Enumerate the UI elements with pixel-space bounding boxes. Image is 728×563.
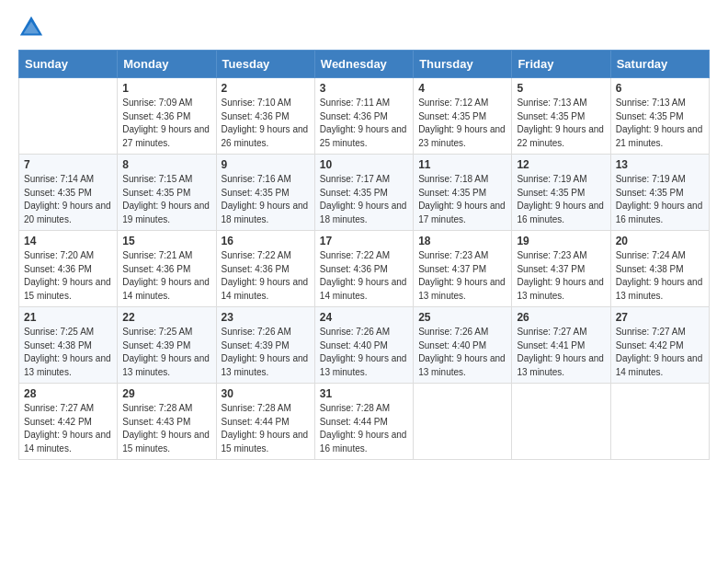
logo-icon [18,15,44,40]
calendar-header-tuesday: Tuesday [216,51,314,78]
calendar-cell: 1Sunrise: 7:09 AMSunset: 4:36 PMDaylight… [118,78,216,155]
day-info: Sunrise: 7:12 AMSunset: 4:35 PMDaylight:… [418,97,506,150]
day-info: Sunrise: 7:28 AMSunset: 4:43 PMDaylight:… [122,402,210,455]
header [18,15,710,40]
calendar-cell: 15Sunrise: 7:21 AMSunset: 4:36 PMDayligh… [118,231,216,307]
calendar-cell: 14Sunrise: 7:20 AMSunset: 4:36 PMDayligh… [19,231,118,307]
day-info: Sunrise: 7:15 AMSunset: 4:35 PMDaylight:… [122,173,210,226]
calendar-cell: 9Sunrise: 7:16 AMSunset: 4:35 PMDaylight… [216,155,314,231]
calendar-cell: 19Sunrise: 7:23 AMSunset: 4:37 PMDayligh… [512,231,610,307]
day-info: Sunrise: 7:27 AMSunset: 4:42 PMDaylight:… [616,326,704,379]
day-info: Sunrise: 7:09 AMSunset: 4:36 PMDaylight:… [122,97,210,150]
day-info: Sunrise: 7:21 AMSunset: 4:36 PMDaylight:… [122,249,210,303]
day-number: 3 [320,82,408,95]
calendar-header-friday: Friday [512,51,610,78]
day-number: 5 [517,82,605,95]
day-number: 22 [122,311,210,324]
day-number: 17 [320,235,408,247]
day-number: 9 [222,158,310,171]
calendar-cell: 16Sunrise: 7:22 AMSunset: 4:36 PMDayligh… [216,231,314,307]
day-info: Sunrise: 7:27 AMSunset: 4:42 PMDaylight:… [24,402,112,455]
day-number: 18 [418,235,506,247]
day-number: 25 [418,311,506,324]
day-info: Sunrise: 7:18 AMSunset: 4:35 PMDaylight:… [418,173,506,226]
day-number: 28 [24,387,112,400]
calendar-week-row: 21Sunrise: 7:25 AMSunset: 4:38 PMDayligh… [19,307,710,384]
calendar-cell: 11Sunrise: 7:18 AMSunset: 4:35 PMDayligh… [414,155,512,231]
calendar-cell: 22Sunrise: 7:25 AMSunset: 4:39 PMDayligh… [118,307,216,384]
day-info: Sunrise: 7:28 AMSunset: 4:44 PMDaylight:… [222,402,310,455]
day-info: Sunrise: 7:13 AMSunset: 4:35 PMDaylight:… [517,97,605,150]
day-number: 31 [320,387,408,400]
day-number: 26 [517,311,605,324]
day-info: Sunrise: 7:23 AMSunset: 4:37 PMDaylight:… [418,249,506,303]
calendar-cell: 30Sunrise: 7:28 AMSunset: 4:44 PMDayligh… [216,384,314,460]
calendar-cell: 5Sunrise: 7:13 AMSunset: 4:35 PMDaylight… [512,78,610,155]
day-number: 11 [418,158,506,171]
calendar-header-monday: Monday [118,51,216,78]
calendar-cell: 24Sunrise: 7:26 AMSunset: 4:40 PMDayligh… [314,307,413,384]
calendar-cell: 27Sunrise: 7:27 AMSunset: 4:42 PMDayligh… [610,307,709,384]
day-number: 13 [616,158,704,171]
day-number: 15 [122,235,210,247]
day-info: Sunrise: 7:16 AMSunset: 4:35 PMDaylight:… [222,173,310,226]
day-number: 20 [616,235,704,247]
calendar-cell: 25Sunrise: 7:26 AMSunset: 4:40 PMDayligh… [414,307,512,384]
calendar-header-wednesday: Wednesday [314,51,413,78]
day-info: Sunrise: 7:28 AMSunset: 4:44 PMDaylight:… [320,402,408,455]
calendar-week-row: 28Sunrise: 7:27 AMSunset: 4:42 PMDayligh… [19,384,710,460]
day-number: 7 [24,158,112,171]
day-info: Sunrise: 7:19 AMSunset: 4:35 PMDaylight:… [616,173,704,226]
calendar-week-row: 1Sunrise: 7:09 AMSunset: 4:36 PMDaylight… [19,78,710,155]
calendar-cell: 10Sunrise: 7:17 AMSunset: 4:35 PMDayligh… [314,155,413,231]
day-number: 6 [616,82,704,95]
day-number: 30 [222,387,310,400]
day-info: Sunrise: 7:24 AMSunset: 4:38 PMDaylight:… [616,249,704,303]
day-number: 24 [320,311,408,324]
day-number: 23 [222,311,310,324]
calendar-cell [610,384,709,460]
calendar-header-saturday: Saturday [610,51,709,78]
calendar-cell: 26Sunrise: 7:27 AMSunset: 4:41 PMDayligh… [512,307,610,384]
day-info: Sunrise: 7:13 AMSunset: 4:35 PMDaylight:… [616,97,704,150]
day-number: 19 [517,235,605,247]
calendar-table: SundayMondayTuesdayWednesdayThursdayFrid… [18,50,710,460]
day-info: Sunrise: 7:26 AMSunset: 4:40 PMDaylight:… [320,326,408,379]
day-number: 21 [24,311,112,324]
calendar-cell: 23Sunrise: 7:26 AMSunset: 4:39 PMDayligh… [216,307,314,384]
calendar-cell: 12Sunrise: 7:19 AMSunset: 4:35 PMDayligh… [512,155,610,231]
day-info: Sunrise: 7:11 AMSunset: 4:36 PMDaylight:… [320,97,408,150]
calendar-cell: 29Sunrise: 7:28 AMSunset: 4:43 PMDayligh… [118,384,216,460]
calendar-cell: 28Sunrise: 7:27 AMSunset: 4:42 PMDayligh… [19,384,118,460]
calendar-cell [512,384,610,460]
day-number: 1 [122,82,210,95]
calendar-cell [19,78,118,155]
day-number: 10 [320,158,408,171]
calendar-cell: 17Sunrise: 7:22 AMSunset: 4:36 PMDayligh… [314,231,413,307]
day-info: Sunrise: 7:23 AMSunset: 4:37 PMDaylight:… [517,249,605,303]
day-number: 14 [24,235,112,247]
day-info: Sunrise: 7:17 AMSunset: 4:35 PMDaylight:… [320,173,408,226]
day-number: 29 [122,387,210,400]
calendar-cell: 4Sunrise: 7:12 AMSunset: 4:35 PMDaylight… [414,78,512,155]
calendar-cell: 7Sunrise: 7:14 AMSunset: 4:35 PMDaylight… [19,155,118,231]
calendar-cell [414,384,512,460]
day-info: Sunrise: 7:14 AMSunset: 4:35 PMDaylight:… [24,173,112,226]
day-info: Sunrise: 7:26 AMSunset: 4:39 PMDaylight:… [222,326,310,379]
day-number: 27 [616,311,704,324]
calendar-cell: 8Sunrise: 7:15 AMSunset: 4:35 PMDaylight… [118,155,216,231]
calendar-cell: 3Sunrise: 7:11 AMSunset: 4:36 PMDaylight… [314,78,413,155]
calendar-header-row: SundayMondayTuesdayWednesdayThursdayFrid… [19,51,710,78]
day-info: Sunrise: 7:19 AMSunset: 4:35 PMDaylight:… [517,173,605,226]
day-info: Sunrise: 7:10 AMSunset: 4:36 PMDaylight:… [222,97,310,150]
logo [18,15,48,40]
day-info: Sunrise: 7:22 AMSunset: 4:36 PMDaylight:… [222,249,310,303]
day-info: Sunrise: 7:25 AMSunset: 4:38 PMDaylight:… [24,326,112,379]
day-info: Sunrise: 7:27 AMSunset: 4:41 PMDaylight:… [517,326,605,379]
calendar-week-row: 7Sunrise: 7:14 AMSunset: 4:35 PMDaylight… [19,155,710,231]
day-info: Sunrise: 7:25 AMSunset: 4:39 PMDaylight:… [122,326,210,379]
calendar-cell: 20Sunrise: 7:24 AMSunset: 4:38 PMDayligh… [610,231,709,307]
calendar-cell: 31Sunrise: 7:28 AMSunset: 4:44 PMDayligh… [314,384,413,460]
calendar-header-sunday: Sunday [19,51,118,78]
day-number: 16 [222,235,310,247]
